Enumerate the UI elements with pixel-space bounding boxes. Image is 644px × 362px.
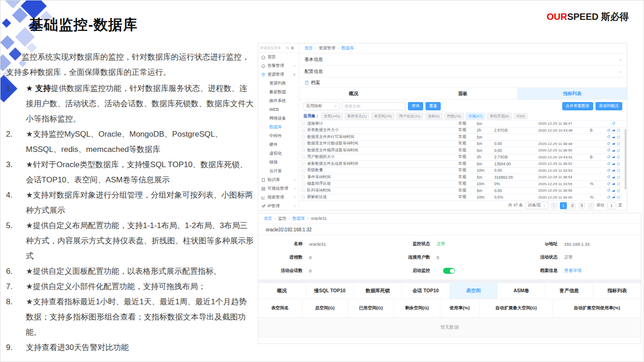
trend-chart-icon[interactable]: [612, 169, 615, 172]
sidebar-item-resource[interactable]: 资源管理∨: [258, 70, 298, 79]
history-icon[interactable]: ↺: [607, 188, 610, 193]
breadcrumb-item[interactable]: 数据库: [341, 45, 354, 51]
filter-chip[interactable]: 前端页面(6): [487, 113, 512, 120]
sidebar-subitem[interactable]: 中间件: [258, 132, 298, 140]
sidebar-subitem[interactable]: WEB: [258, 105, 298, 114]
detail-tab[interactable]: ASM卷: [498, 283, 546, 299]
row-checkbox[interactable]: [302, 196, 305, 199]
row-checkbox[interactable]: [302, 142, 305, 145]
detail-tab[interactable]: 表空间: [450, 283, 498, 299]
sidebar-subitem[interactable]: 资源列表: [258, 79, 298, 88]
history-icon[interactable]: ↺: [607, 135, 610, 139]
row-checkbox[interactable]: [302, 129, 305, 132]
archive-row[interactable]: 档案: [299, 78, 627, 88]
page-size-select[interactable]: 20条/页 ∨: [525, 202, 548, 209]
query-button[interactable]: 查询: [408, 102, 423, 110]
filter-chip[interactable]: 游标(2): [425, 113, 443, 120]
reset-button[interactable]: 重置: [425, 102, 441, 110]
trend-chart-icon[interactable]: [612, 142, 615, 145]
external-link-icon[interactable]: [617, 135, 620, 139]
row-checkbox[interactable]: [302, 169, 305, 172]
history-icon[interactable]: ↺: [607, 182, 610, 186]
scrollbar-thumb[interactable]: [625, 129, 626, 190]
external-link-icon[interactable]: [617, 142, 620, 145]
search-input[interactable]: [342, 102, 406, 110]
history-icon[interactable]: ↺: [607, 155, 610, 159]
breadcrumb-item[interactable]: 资源管理: [319, 45, 341, 51]
external-link-icon[interactable]: [617, 128, 620, 132]
detail-tab[interactable]: 慢SQL TOP10: [306, 283, 354, 299]
sidebar-subitem[interactable]: 云计算: [258, 167, 298, 175]
filter-chip[interactable]: 性能(25): [444, 113, 464, 120]
history-icon[interactable]: ↺: [607, 175, 610, 179]
row-checkbox[interactable]: [302, 189, 305, 192]
filter-chip[interactable]: 用户信息(31): [396, 113, 423, 120]
sidebar-subitem[interactable]: 操作系统: [258, 97, 298, 105]
external-link-icon[interactable]: [617, 155, 620, 159]
row-checkbox[interactable]: [302, 135, 305, 139]
external-link-icon[interactable]: [617, 189, 620, 193]
sidebar-subitem[interactable]: 网络设备: [258, 114, 298, 123]
sidebar-search-input[interactable]: [260, 46, 285, 50]
filter-chip[interactable]: IO(9): [514, 113, 528, 119]
history-icon[interactable]: ↺: [607, 128, 610, 133]
category-select[interactable]: 应用指标 ∨: [304, 102, 340, 110]
detail-tab[interactable]: 资产信息: [546, 283, 594, 299]
history-icon[interactable]: ↺: [607, 162, 610, 166]
sidebar-item-report[interactable]: 报表管理›: [258, 193, 298, 202]
trend-chart-icon[interactable]: [612, 128, 615, 132]
filter-chip[interactable]: 表空间(24): [371, 113, 394, 120]
external-link-icon[interactable]: [617, 149, 620, 152]
external-link-icon[interactable]: [617, 169, 620, 172]
sidebar-item-knowledge[interactable]: 知识库›: [258, 175, 298, 184]
goto-page-input[interactable]: [607, 202, 616, 209]
sidebar-subitem[interactable]: 链路: [258, 158, 298, 167]
sidebar-subitem[interactable]: 虚拟化: [258, 149, 298, 158]
trend-chart-icon[interactable]: [612, 149, 615, 152]
trend-chart-icon[interactable]: [612, 182, 615, 186]
page-button[interactable]: 2: [569, 202, 576, 209]
trend-chart-icon[interactable]: [612, 195, 615, 199]
menu-collapse-icon[interactable]: [291, 46, 294, 50]
breadcrumb-item[interactable]: oracle31: [311, 216, 327, 221]
sidebar-item-home[interactable]: 首页: [258, 53, 298, 61]
sidebar-item-ip[interactable]: IP管理›: [258, 202, 298, 210]
row-checkbox[interactable]: [302, 175, 305, 179]
trend-chart-icon[interactable]: [612, 189, 615, 193]
external-link-icon[interactable]: [617, 162, 620, 166]
sidebar-subitem[interactable]: 数据库: [258, 123, 298, 132]
tab[interactable]: 指标列表: [517, 88, 627, 99]
collapsible-section[interactable]: 基本信息 ›: [299, 54, 627, 66]
breadcrumb-item[interactable]: 首页: [264, 216, 278, 222]
prev-page-button[interactable]: ‹: [551, 202, 558, 209]
detail-tab[interactable]: 会话 TOP10: [402, 283, 450, 299]
breadcrumb-item[interactable]: 监控: [278, 216, 292, 222]
page-button[interactable]: 1: [560, 202, 567, 209]
history-icon[interactable]: ↺: [607, 142, 610, 146]
breadcrumb-item[interactable]: 首页: [304, 45, 319, 51]
monitor-toggle[interactable]: [443, 268, 455, 274]
sidebar-item-alarm[interactable]: 告警管理›: [258, 61, 298, 70]
tab[interactable]: 概况: [299, 88, 408, 99]
tab[interactable]: 面板: [408, 88, 518, 99]
breadcrumb-item[interactable]: 数据库: [292, 216, 311, 222]
filter-chip[interactable]: 集群状态(1): [345, 113, 370, 120]
row-checkbox[interactable]: [302, 182, 305, 186]
history-icon[interactable]: ↺: [612, 121, 615, 126]
sidebar-item-visualization[interactable]: 可视化管理›: [258, 184, 298, 193]
detail-tab[interactable]: 概况: [258, 283, 306, 299]
trend-chart-icon[interactable]: [612, 135, 615, 139]
trend-chart-icon[interactable]: [612, 155, 615, 159]
row-checkbox[interactable]: [302, 122, 305, 125]
history-icon[interactable]: ↺: [607, 148, 610, 152]
add-to-overview-button[interactable]: 添加到概况: [595, 102, 623, 110]
next-page-button[interactable]: ›: [588, 202, 595, 209]
row-checkbox[interactable]: [302, 156, 305, 159]
external-link-icon[interactable]: [617, 175, 620, 179]
history-icon[interactable]: ↺: [607, 169, 610, 173]
filter-chip[interactable]: 常规(47): [466, 113, 485, 120]
trend-chart-icon[interactable]: [612, 162, 615, 166]
detail-tab[interactable]: 数据库死锁: [354, 283, 402, 299]
collapsible-section[interactable]: 配置信息 ›: [299, 66, 627, 78]
filter-chip[interactable]: 全部(145): [321, 113, 343, 120]
